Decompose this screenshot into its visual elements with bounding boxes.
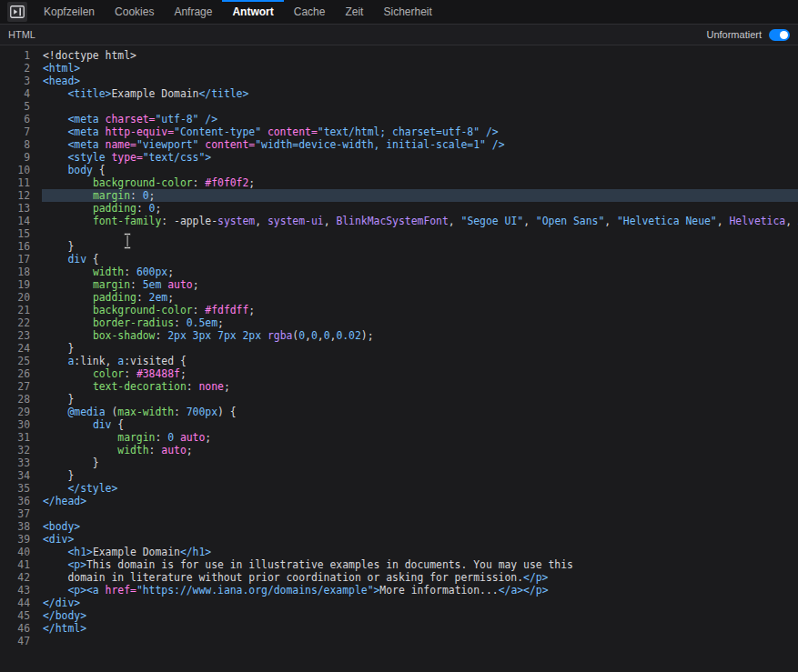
code-line[interactable]: 17 div {	[0, 253, 798, 266]
code-line[interactable]: 20 padding: 2em;	[0, 291, 798, 304]
line-number: 13	[0, 202, 30, 215]
tab-zeit[interactable]: Zeit	[335, 0, 373, 24]
code-line[interactable]: 41 <p>This domain is for use in illustra…	[0, 558, 798, 571]
line-number: 3	[0, 75, 30, 87]
line-number: 32	[0, 444, 30, 456]
code-line-text: font-family: -apple-system, system-ui, B…	[42, 215, 798, 227]
code-line[interactable]: 9 <style type="text/css">	[0, 151, 798, 164]
tab-antwort[interactable]: Antwort	[222, 0, 283, 24]
line-number: 28	[0, 393, 30, 406]
code-line[interactable]: 47	[0, 635, 798, 647]
code-line-text: }	[42, 469, 798, 482]
code-line-text: padding: 2em;	[42, 291, 798, 304]
code-line[interactable]: 29 @media (max-width: 700px) {	[0, 406, 798, 418]
code-line[interactable]: 25 a:link, a:visited {	[0, 355, 798, 367]
code-line[interactable]: 27 text-decoration: none;	[0, 380, 798, 393]
tab-sicherheit[interactable]: Sicherheit	[373, 0, 441, 24]
line-number: 23	[0, 329, 30, 342]
code-line-text: <p><a href="https://www.iana.org/domains…	[42, 584, 798, 597]
code-line[interactable]: 37	[0, 507, 798, 520]
code-line[interactable]: 13 padding: 0;	[0, 202, 798, 215]
code-line[interactable]: 12 margin: 0;	[0, 189, 798, 202]
code-line-text: box-shadow: 2px 3px 7px 2px rgba(0,0,0,0…	[42, 329, 798, 342]
tab-list: KopfzeilenCookiesAnfrageAntwortCacheZeit…	[34, 0, 442, 24]
code-line-text: <meta charset="utf-8" />	[42, 113, 798, 125]
code-line-text: background-color: #fdfdff;	[42, 304, 798, 316]
code-line-text: width: 600px;	[42, 266, 798, 278]
raw-response-toggle[interactable]	[769, 29, 790, 41]
code-line[interactable]: 42 domain in literature without prior co…	[0, 571, 798, 584]
line-number: 12	[0, 189, 30, 202]
code-line-text: div {	[42, 253, 798, 266]
code-line-text: a:link, a:visited {	[42, 355, 798, 367]
code-line-text: border-radius: 0.5em;	[42, 316, 798, 329]
tab-cache[interactable]: Cache	[284, 0, 336, 24]
line-number: 20	[0, 291, 30, 304]
code-line[interactable]: 43 <p><a href="https://www.iana.org/doma…	[0, 584, 798, 597]
code-line-text: color: #38488f;	[42, 367, 798, 380]
line-number: 24	[0, 342, 30, 355]
code-line[interactable]: 30 div {	[0, 418, 798, 431]
code-line-text	[42, 507, 798, 520]
code-line[interactable]: 40 <h1>Example Domain</h1>	[0, 546, 798, 558]
code-line[interactable]: 10 body {	[0, 164, 798, 176]
code-line[interactable]: 14 font-family: -apple-system, system-ui…	[0, 215, 798, 227]
line-number: 21	[0, 304, 30, 316]
code-line[interactable]: 26 color: #38488f;	[0, 367, 798, 380]
tab-bar: KopfzeilenCookiesAnfrageAntwortCacheZeit…	[0, 0, 798, 25]
code-line[interactable]: 46</html>	[0, 622, 798, 635]
code-line-text: margin: 0 auto;	[42, 431, 798, 444]
code-line[interactable]: 3<head>	[0, 75, 798, 87]
code-line[interactable]: 36</head>	[0, 495, 798, 507]
code-line[interactable]: 44</div>	[0, 597, 798, 609]
code-line[interactable]: 35 </style>	[0, 482, 798, 495]
code-line[interactable]: 2<html>	[0, 62, 798, 75]
toggle-details-pane-button[interactable]	[7, 2, 27, 22]
code-line[interactable]: 5	[0, 100, 798, 113]
code-line[interactable]: 7 <meta http-equiv="Content-type" conten…	[0, 125, 798, 138]
line-number: 30	[0, 418, 30, 431]
tab-cookies[interactable]: Cookies	[105, 0, 164, 24]
code-line[interactable]: 32 width: auto;	[0, 444, 798, 456]
code-line[interactable]: 16 }	[0, 240, 798, 253]
response-source-editor[interactable]: 1<!doctype html>2<html>3<head>4 <title>E…	[0, 45, 798, 672]
code-line-text: </body>	[42, 609, 798, 622]
code-line[interactable]: 39<div>	[0, 533, 798, 546]
code-line[interactable]: 38<body>	[0, 520, 798, 533]
code-line[interactable]: 6 <meta charset="utf-8" />	[0, 113, 798, 125]
code-line-text	[42, 100, 798, 113]
code-line[interactable]: 19 margin: 5em auto;	[0, 278, 798, 291]
code-line[interactable]: 4 <title>Example Domain</title>	[0, 87, 798, 100]
response-toolbar: HTML Unformatiert	[0, 25, 798, 45]
code-line[interactable]: 8 <meta name="viewport" content="width=d…	[0, 138, 798, 151]
code-line[interactable]: 11 background-color: #f0f0f2;	[0, 176, 798, 189]
tab-kopfzeilen[interactable]: Kopfzeilen	[34, 0, 105, 24]
code-line[interactable]: 33 }	[0, 456, 798, 469]
code-line[interactable]: 28 }	[0, 393, 798, 406]
line-number: 35	[0, 482, 30, 495]
code-line-text: <div>	[42, 533, 798, 546]
code-line[interactable]: 21 background-color: #fdfdff;	[0, 304, 798, 316]
code-line[interactable]: 1<!doctype html>	[0, 49, 798, 62]
code-line-text: </head>	[42, 495, 798, 507]
code-line[interactable]: 23 box-shadow: 2px 3px 7px 2px rgba(0,0,…	[0, 329, 798, 342]
code-line[interactable]: 15	[0, 227, 798, 240]
line-number: 2	[0, 62, 30, 75]
code-line-text: }	[42, 342, 798, 355]
code-line-text: </div>	[42, 597, 798, 609]
code-line-text: </style>	[42, 482, 798, 495]
code-line[interactable]: 18 width: 600px;	[0, 266, 798, 278]
code-line-text: <!doctype html>	[42, 49, 798, 62]
code-line[interactable]: 31 margin: 0 auto;	[0, 431, 798, 444]
line-number: 27	[0, 380, 30, 393]
tab-anfrage[interactable]: Anfrage	[164, 0, 222, 24]
code-line[interactable]: 45</body>	[0, 609, 798, 622]
code-line-text: <p>This domain is for use in illustrativ…	[42, 558, 798, 571]
line-number: 47	[0, 635, 30, 647]
code-line[interactable]: 22 border-radius: 0.5em;	[0, 316, 798, 329]
code-line[interactable]: 24 }	[0, 342, 798, 355]
line-number: 38	[0, 520, 30, 533]
code-line-text: <body>	[42, 520, 798, 533]
code-line[interactable]: 34 }	[0, 469, 798, 482]
line-number: 8	[0, 138, 30, 151]
